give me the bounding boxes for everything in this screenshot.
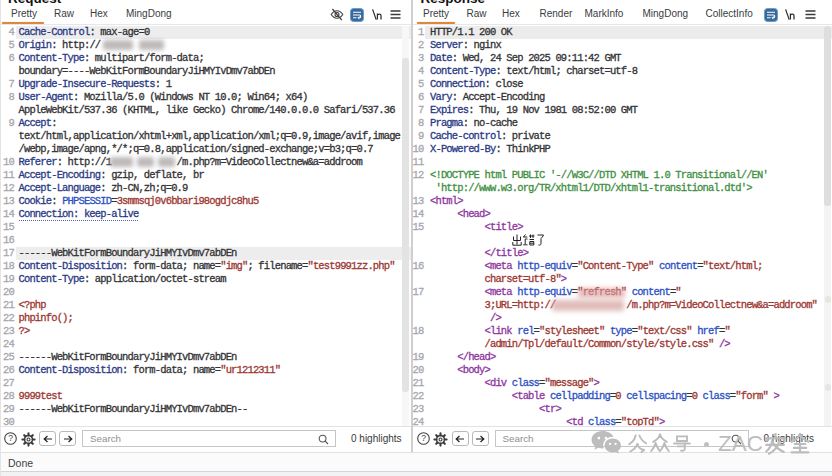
svg-text:?: ? bbox=[421, 433, 426, 443]
svg-text:?: ? bbox=[8, 433, 13, 443]
